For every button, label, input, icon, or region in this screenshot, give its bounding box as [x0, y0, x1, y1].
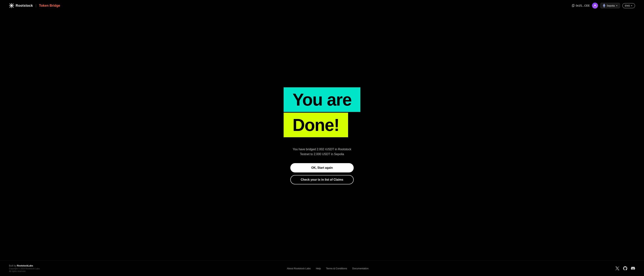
copy-icon — [572, 4, 575, 7]
wallet-address-text: 0x1f1...CEE — [576, 4, 590, 7]
bridge-label: Token Bridge — [39, 4, 60, 8]
start-again-button[interactable]: OK, Start again — [290, 163, 354, 172]
language-selector-button[interactable]: ENG ▼ — [622, 3, 635, 8]
footer-link-terms[interactable]: Terms & Conditions — [326, 267, 347, 270]
rootstock-logo-icon — [9, 3, 14, 8]
done-banner: Done! — [284, 113, 348, 137]
footer-left: Built by RootstockLabs Copyright © 2024 … — [9, 265, 40, 272]
all-rights-text: All rights reserved. — [9, 270, 40, 272]
network-name: Sepolia — [607, 4, 615, 7]
footer-link-docs[interactable]: Documentation — [352, 267, 368, 270]
discord-icon[interactable] — [631, 266, 635, 271]
wallet-address-button[interactable]: 0x1f1...CEE — [572, 4, 590, 7]
footer: Built by RootstockLabs Copyright © 2024 … — [0, 261, 644, 276]
main-content: You are Done! You have bridged 2.002 rUS… — [0, 11, 644, 261]
logo-divider: | — [36, 4, 36, 8]
footer-link-help[interactable]: Help — [316, 267, 321, 270]
ethereum-icon — [603, 4, 606, 7]
done-text: Done! — [292, 115, 339, 134]
header: Rootstock | Token Bridge 0x1f1...CEE — [0, 0, 644, 11]
check-claims-button[interactable]: Check your tx in list of Claims — [290, 175, 354, 184]
logo-container: Rootstock | Token Bridge — [9, 3, 60, 8]
twitter-x-icon[interactable] — [615, 266, 620, 271]
header-right: 0x1f1...CEE Sepolia ▼ ENG ▼ — [572, 2, 635, 8]
svg-rect-0 — [573, 4, 574, 6]
bridge-info-line2: Testnet to 2.000 USDT in Sepolia — [300, 153, 344, 156]
copyright-text: Copyright © 2024 Rootstock Labs. — [9, 268, 40, 270]
svg-rect-1 — [572, 5, 574, 7]
logo-text: Rootstock — [16, 4, 33, 8]
success-banner-container: You are Done! — [284, 87, 360, 137]
you-are-banner: You are — [284, 87, 360, 112]
bridge-info-text: You have bridged 2.002 rUSDT in Rootstoc… — [293, 147, 351, 156]
action-buttons: OK, Start again Check your tx in list of… — [290, 163, 354, 184]
network-chevron-icon: ▼ — [616, 5, 618, 7]
built-by-prefix: Built by — [9, 265, 17, 267]
footer-nav: About Rootstock Labs Help Terms & Condit… — [287, 267, 368, 270]
you-are-text: You are — [292, 90, 352, 109]
header-left: Rootstock | Token Bridge — [9, 3, 60, 8]
language-label: ENG — [625, 4, 630, 7]
github-icon[interactable] — [623, 266, 627, 271]
company-name: RootstockLabs — [17, 265, 33, 267]
footer-link-about[interactable]: About Rootstock Labs — [287, 267, 311, 270]
built-by-text: Built by RootstockLabs — [9, 265, 40, 267]
lang-chevron-icon: ▼ — [631, 5, 633, 7]
footer-social-icons — [615, 266, 635, 271]
user-avatar[interactable] — [592, 2, 598, 8]
network-selector-button[interactable]: Sepolia ▼ — [600, 3, 620, 8]
bridge-info-line1: You have bridged 2.002 rUSDT in Rootstoc… — [293, 148, 351, 151]
